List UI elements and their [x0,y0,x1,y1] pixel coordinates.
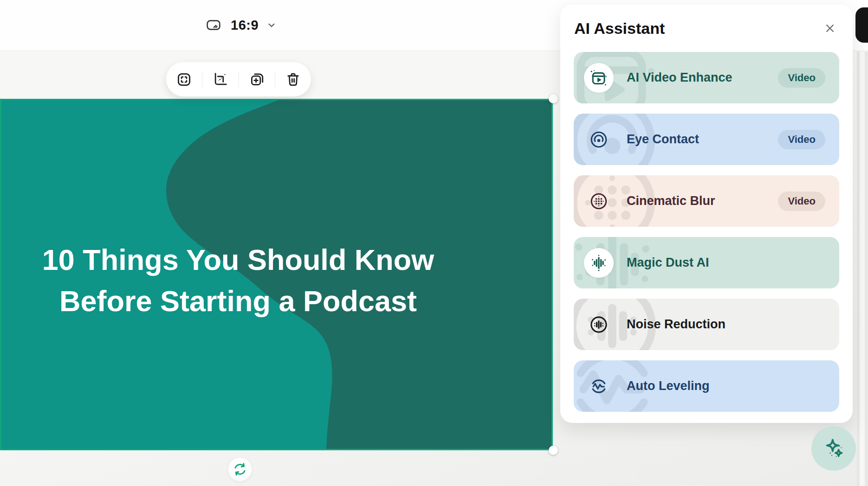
assistant-item-badge: Video [778,68,825,88]
app-window: 16:9 10 Things You Should Know Before St… [0,0,868,486]
assistant-item-label: Magic Dust AI [627,256,825,270]
assistant-item[interactable]: Cinematic Blur Video [574,175,839,227]
assistant-item[interactable]: Noise Reduction [574,299,839,350]
assistant-item-badge: Video [778,130,825,149]
slide-title-line2: Before Starting a Podcast [1,281,475,322]
trash-icon [285,71,301,88]
close-panel-button[interactable] [819,18,841,39]
selection-handle-bottom-right[interactable] [549,446,558,455]
ai-assistant-fab[interactable] [811,426,856,471]
delete-button[interactable] [278,64,308,94]
right-scrollbar-track[interactable] [857,51,868,486]
assistant-item-list: AI Video Enhance Video Eye Contact Video… [560,49,853,412]
scrollbar-groove [860,51,865,486]
assistant-item[interactable]: AI Video Enhance Video [574,52,839,103]
slide-title-line1: 10 Things You Should Know [1,239,475,281]
cinematic-blur-icon [584,186,614,216]
toolbar-divider [202,71,202,87]
canvas-toolbar [166,62,311,96]
aspect-ratio-value: 16:9 [231,18,259,33]
duplicate-button[interactable] [242,64,272,94]
assistant-item-label: Noise Reduction [627,317,825,332]
assistant-item-badge: Video [778,192,825,211]
regenerate-button[interactable] [228,458,252,481]
ai-video-enhance-icon [584,63,614,93]
partial-dark-button[interactable] [855,7,868,43]
assistant-item[interactable]: Magic Dust AI [574,237,839,288]
assistant-item-label: Eye Contact [627,132,765,147]
slide-title[interactable]: 10 Things You Should Know Before Startin… [1,239,475,322]
canvas-slide[interactable]: 10 Things You Should Know Before Startin… [0,99,553,450]
smart-crop-button[interactable] [206,64,235,94]
smart-crop-icon [212,71,228,88]
canvas-aspect-icon [203,17,224,33]
aspect-ratio-selector[interactable]: 16:9 [200,10,281,40]
assistant-item-label: AI Video Enhance [627,70,765,85]
toolbar-divider [239,71,239,87]
auto-leveling-icon [584,371,614,401]
panel-title: AI Assistant [574,19,665,38]
close-icon [823,21,837,35]
refresh-icon [232,461,248,477]
selection-handle-top-right[interactable] [549,94,558,103]
fit-frame-icon [176,71,192,88]
assistant-item[interactable]: Auto Leveling [574,360,839,412]
toolbar-divider [275,71,275,87]
assistant-item[interactable]: Eye Contact Video [574,114,839,165]
ai-assistant-panel: AI Assistant AI Video Enhance Video Eye … [560,5,853,423]
fit-frame-button[interactable] [169,64,199,94]
assistant-item-label: Cinematic Blur [627,194,765,208]
magic-dust-icon [584,248,614,278]
panel-header: AI Assistant [560,5,853,49]
sparkles-icon [822,436,846,460]
noise-reduction-icon [584,310,614,339]
eye-contact-icon [584,125,614,154]
assistant-item-label: Auto Leveling [627,379,825,393]
chevron-down-icon [266,19,278,31]
duplicate-icon [249,71,265,88]
